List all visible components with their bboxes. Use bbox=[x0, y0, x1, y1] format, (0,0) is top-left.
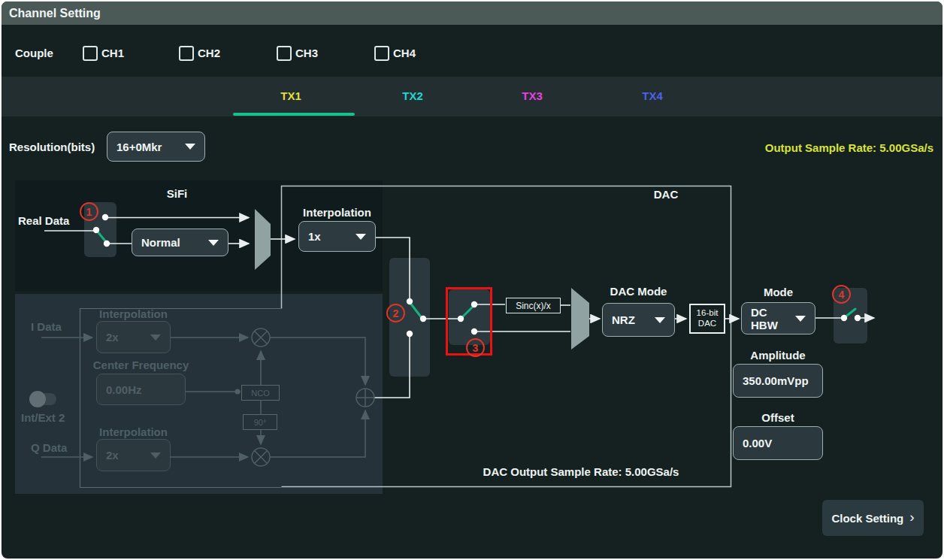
callout-2: 2 bbox=[386, 304, 405, 322]
checkbox-ch2[interactable] bbox=[179, 46, 194, 61]
i-data-label: I Data bbox=[31, 320, 62, 333]
resolution-value: 16+0Mkr bbox=[116, 141, 162, 153]
callout-4: 4 bbox=[832, 285, 851, 304]
offset-field[interactable]: 0.00V bbox=[733, 426, 823, 460]
sifi-mode-dropdown[interactable]: Normal bbox=[132, 229, 228, 256]
tab-tx2[interactable]: TX2 bbox=[390, 89, 435, 102]
nco-label: NCO bbox=[251, 389, 269, 398]
real-data-label: Real Data bbox=[18, 214, 69, 227]
tab-tx4[interactable]: TX4 bbox=[630, 89, 675, 102]
callout-1: 1 bbox=[80, 202, 98, 221]
output-mode-value: DC HBW bbox=[751, 306, 795, 331]
checkbox-ch3[interactable] bbox=[277, 46, 292, 61]
callout-3: 3 bbox=[466, 338, 485, 357]
checkbox-ch4[interactable] bbox=[374, 46, 389, 61]
clock-setting-button[interactable]: Clock Setting › bbox=[822, 500, 924, 536]
dac-mode-value: NRZ bbox=[612, 313, 635, 326]
interpolation-i-value: 2x bbox=[106, 331, 119, 344]
mux-dac bbox=[571, 288, 589, 350]
checkbox-ch3-label[interactable]: CH3 bbox=[295, 47, 318, 59]
dac-mode-label: DAC Mode bbox=[602, 285, 675, 298]
interpolation-label: Interpolation bbox=[298, 206, 376, 219]
phase-90-label: 90° bbox=[254, 418, 267, 427]
amplitude-label: Amplitude bbox=[733, 349, 823, 362]
q-data-label: Q Data bbox=[31, 441, 67, 454]
channel-setting-window: Channel Setting Couple CH1 CH2 CH3 CH4 T… bbox=[0, 0, 944, 560]
chevron-down-icon bbox=[795, 316, 806, 322]
center-frequency-label: Center Frequency bbox=[86, 359, 195, 371]
sifi-mode-value: Normal bbox=[141, 236, 180, 249]
chevron-down-icon bbox=[208, 240, 219, 246]
checkbox-ch2-label[interactable]: CH2 bbox=[198, 47, 220, 59]
dac-mode-dropdown[interactable]: NRZ bbox=[602, 303, 675, 337]
chevron-down-icon bbox=[185, 144, 195, 150]
int-ext-2-toggle[interactable] bbox=[31, 393, 56, 405]
tab-tx3[interactable]: TX3 bbox=[510, 89, 555, 102]
dac-chip-box: 16-bit DAC bbox=[689, 304, 725, 334]
dac-output-sample-rate: DAC Output Sample Rate: 5.00GSa/s bbox=[468, 465, 694, 478]
checkbox-ch1[interactable] bbox=[83, 46, 98, 61]
couple-label: Couple bbox=[15, 47, 53, 59]
center-frequency-field[interactable]: 0.00Hz bbox=[96, 374, 186, 405]
sifi-title: SiFi bbox=[149, 187, 205, 200]
offset-label: Offset bbox=[733, 411, 823, 424]
sinc-filter-box: Sinc(x)/x bbox=[506, 298, 561, 313]
tab-tx1[interactable]: TX1 bbox=[268, 89, 313, 102]
dac-chip-line2: DAC bbox=[698, 319, 716, 329]
interpolation-i-label: Interpolation bbox=[96, 307, 171, 320]
clock-setting-label: Clock Setting bbox=[831, 512, 903, 525]
center-frequency-value: 0.00Hz bbox=[106, 383, 142, 396]
toggle-knob bbox=[29, 391, 46, 407]
title-bar: Channel Setting bbox=[2, 2, 942, 25]
chevron-down-icon bbox=[150, 334, 161, 341]
int-ext-2-label: Int/Ext 2 bbox=[21, 411, 65, 424]
resolution-dropdown[interactable]: 16+0Mkr bbox=[107, 132, 205, 162]
active-tab-underline bbox=[233, 113, 355, 116]
nco-box: NCO bbox=[241, 385, 280, 401]
dac-chip-line1: 16-bit bbox=[697, 308, 719, 319]
window-title: Channel Setting bbox=[9, 7, 101, 20]
amplitude-value: 350.00mVpp bbox=[743, 374, 809, 387]
phase-90-box: 90° bbox=[243, 414, 277, 430]
amplitude-field[interactable]: 350.00mVpp bbox=[733, 364, 823, 398]
iq-panel-disabled bbox=[15, 294, 383, 494]
chevron-down-icon bbox=[356, 234, 366, 240]
chevron-down-icon bbox=[655, 317, 665, 323]
output-sample-rate: Output Sample Rate: 5.00GSa/s bbox=[765, 141, 933, 154]
interpolation-i-dropdown[interactable]: 2x bbox=[96, 321, 171, 353]
dac-title: DAC bbox=[643, 188, 688, 201]
offset-value: 0.00V bbox=[743, 437, 772, 450]
chevron-down-icon bbox=[150, 453, 161, 459]
interpolation-q-label: Interpolation bbox=[96, 425, 171, 438]
chevron-right-icon: › bbox=[909, 509, 914, 525]
resolution-label: Resolution(bits) bbox=[9, 141, 95, 153]
interpolation-q-value: 2x bbox=[106, 449, 119, 462]
output-mode-label: Mode bbox=[741, 286, 815, 298]
interpolation-q-dropdown[interactable]: 2x bbox=[96, 439, 171, 471]
tx-tab-strip bbox=[2, 77, 942, 117]
checkbox-ch1-label[interactable]: CH1 bbox=[101, 47, 124, 59]
output-mode-dropdown[interactable]: DC HBW bbox=[741, 302, 815, 334]
checkbox-ch4-label[interactable]: CH4 bbox=[393, 47, 416, 59]
sinc-filter-label: Sinc(x)/x bbox=[516, 301, 551, 311]
interpolation-dropdown[interactable]: 1x bbox=[298, 221, 376, 252]
interpolation-value: 1x bbox=[308, 230, 321, 243]
